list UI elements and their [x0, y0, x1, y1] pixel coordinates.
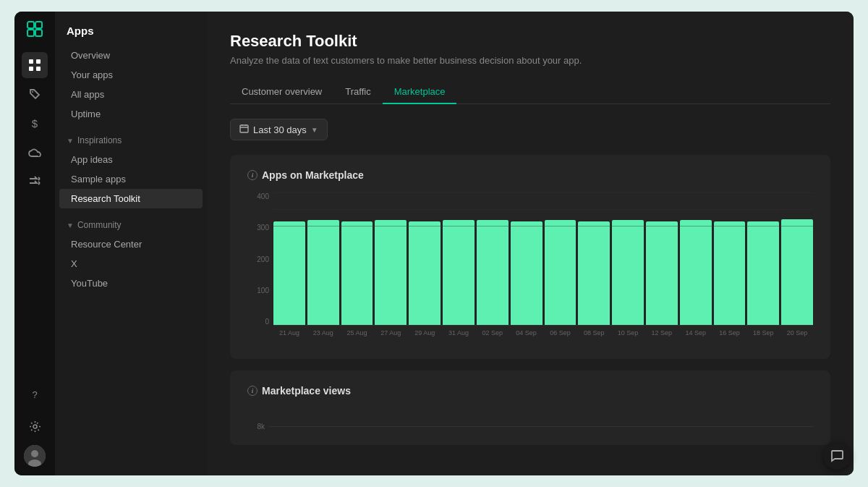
svg-rect-0: [27, 22, 34, 28]
sidebar-item-youtube[interactable]: YouTube: [59, 274, 203, 293]
svg-rect-2: [27, 30, 34, 36]
x-axis-label: 08 Sep: [578, 326, 610, 336]
inspirations-chevron: ▼: [67, 137, 74, 145]
y-axis-label: 200: [257, 255, 269, 263]
x-axis-label: 23 Aug: [307, 326, 339, 336]
marketplace-views-card: i Marketplace views 8k: [230, 370, 830, 445]
bar: [781, 219, 813, 325]
calendar-icon: [239, 124, 249, 135]
x-axis-label: 31 Aug: [443, 326, 475, 336]
user-avatar[interactable]: [24, 445, 46, 467]
svg-point-9: [33, 425, 37, 428]
x-axis-label: 25 Aug: [341, 326, 373, 336]
community-chevron: ▼: [67, 221, 74, 229]
svg-point-11: [31, 450, 38, 457]
inspirations-section: ▼ Inspirations App ideas Sample apps Res…: [55, 131, 207, 208]
svg-rect-6: [29, 67, 33, 71]
bar: [477, 220, 509, 325]
svg-rect-5: [36, 59, 41, 64]
x-axis-label: 06 Sep: [545, 326, 576, 336]
bar: [307, 220, 339, 325]
main-content: Research Toolkit Analyze the data of tex…: [207, 12, 854, 475]
sidebar-item-uptime[interactable]: Uptime: [59, 104, 203, 124]
page-subtitle: Analyze the data of text customers to ma…: [230, 55, 830, 66]
sidebar-item-x[interactable]: X: [59, 254, 203, 274]
x-axis-label: 16 Sep: [714, 326, 746, 336]
x-axis-label: 10 Sep: [612, 326, 644, 336]
bar: [511, 221, 542, 325]
cloud-nav-icon[interactable]: [22, 139, 48, 165]
svg-rect-13: [240, 125, 248, 132]
community-section: ▼ Community Resource Center X YouTube: [55, 216, 207, 293]
sidebar: Apps Overview Your apps All apps Uptime …: [55, 12, 207, 475]
date-filter-chevron: ▼: [311, 126, 318, 134]
y-axis-label: 400: [257, 192, 269, 200]
x-axis-label: 21 Aug: [273, 326, 305, 336]
x-axis-label: 29 Aug: [409, 326, 441, 336]
app-window: $ ?: [14, 12, 854, 475]
sidebar-item-all-apps[interactable]: All apps: [59, 85, 203, 104]
bar: [714, 221, 746, 325]
sidebar-item-research-toolkit[interactable]: Research Toolkit: [59, 189, 203, 208]
x-axis-label: 18 Sep: [747, 326, 779, 336]
app-logo-icon[interactable]: [26, 20, 43, 41]
dollar-nav-icon[interactable]: $: [22, 110, 48, 136]
filter-row: Last 30 days ▼: [230, 119, 830, 140]
apps-on-marketplace-card: i Apps on Marketplace 4003002001000 21 A…: [230, 155, 830, 359]
x-axis-label: 04 Sep: [511, 326, 542, 336]
inspirations-header[interactable]: ▼ Inspirations: [55, 131, 207, 150]
sidebar-item-your-apps[interactable]: Your apps: [59, 65, 203, 85]
shuffle-nav-icon[interactable]: [22, 168, 48, 194]
info-icon-2: i: [247, 386, 258, 396]
help-nav-icon[interactable]: ?: [22, 381, 48, 407]
x-axis-label: 12 Sep: [646, 326, 678, 336]
bar: [578, 221, 610, 325]
bar: [273, 221, 305, 325]
chat-bubble-button[interactable]: [823, 442, 851, 470]
sidebar-item-resource-center[interactable]: Resource Center: [59, 234, 203, 254]
community-header[interactable]: ▼ Community: [55, 216, 207, 234]
tab-bar: Customer overview Traffic Marketplace: [230, 80, 830, 104]
sidebar-item-overview[interactable]: Overview: [59, 46, 203, 65]
marketplace-views-title: i Marketplace views: [247, 385, 813, 397]
bar: [747, 221, 779, 325]
tag-nav-icon[interactable]: [22, 81, 48, 107]
sidebar-title: Apps: [55, 22, 207, 46]
grid-nav-icon[interactable]: [22, 52, 48, 78]
community-label: Community: [77, 220, 122, 230]
icon-rail: $ ?: [14, 12, 55, 475]
tab-traffic[interactable]: Traffic: [333, 80, 382, 104]
sidebar-item-app-ideas[interactable]: App ideas: [59, 150, 203, 169]
bar: [375, 220, 407, 325]
tab-customer-overview[interactable]: Customer overview: [230, 80, 333, 104]
y-axis-label: 100: [257, 287, 269, 295]
bar: [680, 220, 712, 325]
date-filter-button[interactable]: Last 30 days ▼: [230, 119, 328, 140]
svg-rect-7: [36, 67, 41, 71]
svg-rect-3: [35, 30, 42, 36]
x-axis-label: 20 Sep: [781, 326, 813, 336]
svg-point-8: [32, 91, 33, 93]
bar: [409, 221, 441, 325]
sidebar-item-sample-apps[interactable]: Sample apps: [59, 169, 203, 189]
x-axis-label: 02 Sep: [477, 326, 509, 336]
x-axis-label: 14 Sep: [680, 326, 712, 336]
y-axis: 4003002001000: [247, 192, 273, 326]
main-area: Research Toolkit Analyze the data of tex…: [207, 12, 854, 475]
date-filter-label: Last 30 days: [253, 124, 307, 135]
y-axis-label: 0: [265, 318, 269, 326]
svg-rect-4: [29, 59, 33, 64]
x-axis: 21 Aug23 Aug25 Aug27 Aug29 Aug31 Aug02 S…: [273, 326, 813, 344]
svg-rect-1: [35, 22, 42, 28]
bar: [443, 220, 475, 325]
bars-area: [273, 192, 813, 326]
page-title: Research Toolkit: [230, 32, 830, 51]
bar: [341, 221, 373, 325]
y-axis-label: 300: [257, 224, 269, 232]
bar-chart: 4003002001000 21 Aug23 Aug25 Aug27 Aug29…: [247, 192, 813, 344]
inspirations-label: Inspirations: [77, 135, 122, 145]
bar: [612, 220, 644, 325]
apps-chart-title: i Apps on Marketplace: [247, 169, 813, 181]
tab-marketplace[interactable]: Marketplace: [383, 80, 457, 104]
settings-nav-icon[interactable]: [22, 413, 48, 439]
